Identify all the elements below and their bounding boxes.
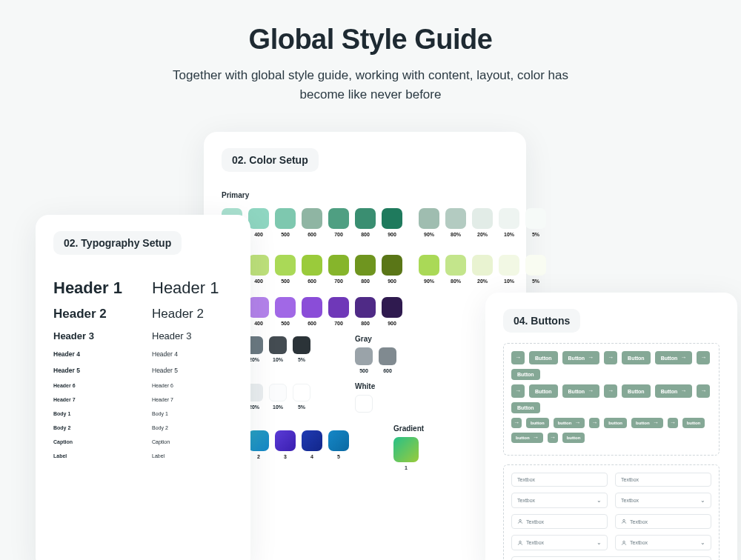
color-setup-card: 02. Color Setup Primary 300 400 500 600 … xyxy=(204,132,526,560)
alpha-label: 5% xyxy=(525,232,546,237)
textbox[interactable]: Textbox xyxy=(615,473,711,487)
swatch xyxy=(302,297,322,318)
button[interactable]: button→ xyxy=(511,433,543,443)
arrow-right-icon: → xyxy=(574,420,580,426)
arrow-right-icon: → xyxy=(588,355,594,361)
button[interactable]: Button xyxy=(511,369,540,380)
swatch xyxy=(393,437,419,462)
button[interactable]: button xyxy=(562,433,585,443)
violet-swatches xyxy=(222,297,508,318)
h6-bold: Header 6 xyxy=(53,379,134,393)
swatch xyxy=(355,255,376,276)
swatch xyxy=(275,208,296,229)
primary-label: Primary xyxy=(222,191,508,199)
alpha-label: 10% xyxy=(269,357,287,362)
svg-point-0 xyxy=(519,519,522,521)
arrow-right-icon: → xyxy=(514,420,519,426)
button[interactable]: Button→ xyxy=(562,351,600,364)
alpha-label: 10% xyxy=(269,404,287,410)
swatch xyxy=(302,255,322,276)
chevron-down-icon: ⌄ xyxy=(597,497,602,504)
textbox-user[interactable]: Textbox xyxy=(615,514,711,529)
svg-point-1 xyxy=(623,519,625,521)
swatch xyxy=(499,208,519,229)
arrow-right-icon: → xyxy=(700,388,706,394)
swatch xyxy=(355,297,376,318)
h5-reg: Header 5 xyxy=(152,362,233,379)
alpha-label: 5% xyxy=(293,357,310,362)
textbox-select[interactable]: Textbox⌄ xyxy=(511,493,608,508)
textbox[interactable]: Textbox xyxy=(511,473,608,487)
button-label: button xyxy=(636,421,650,425)
icon-button[interactable]: → xyxy=(589,418,599,428)
button-label: Button xyxy=(535,356,552,361)
textbox-label: Textbox xyxy=(526,540,544,545)
alpha-label: 10% xyxy=(499,279,519,284)
swatch xyxy=(472,208,493,229)
button[interactable]: button xyxy=(526,418,549,428)
icon-button[interactable]: → xyxy=(697,384,710,398)
swatch xyxy=(248,430,269,451)
shade-label: 700 xyxy=(328,279,349,284)
button[interactable]: Button xyxy=(529,351,558,364)
alpha-label: 20% xyxy=(472,232,493,237)
arrow-right-icon: → xyxy=(608,355,614,361)
h3-reg: Header 3 xyxy=(152,326,233,346)
button[interactable]: Button xyxy=(511,402,540,413)
button[interactable]: Button→ xyxy=(655,351,693,364)
shade-label: 500 xyxy=(275,279,296,284)
h6-reg: Header 6 xyxy=(152,379,233,393)
swatch xyxy=(302,208,322,229)
icon-button[interactable]: → xyxy=(511,351,525,364)
shade-label: 900 xyxy=(382,279,402,284)
swatch xyxy=(419,255,439,276)
svg-point-2 xyxy=(519,541,522,543)
textarea[interactable]: Textarea xyxy=(511,556,711,560)
button-label: Button xyxy=(517,372,534,377)
button[interactable]: button xyxy=(604,418,627,428)
textbox-user-select[interactable]: Textbox⌄ xyxy=(615,535,711,550)
swatch xyxy=(293,336,310,354)
shade-label: 400 xyxy=(248,279,269,284)
alpha-label: 90% xyxy=(419,279,439,284)
body1-bold: Body 1 xyxy=(53,407,134,421)
icon-button[interactable]: → xyxy=(511,418,522,428)
button[interactable]: button→ xyxy=(554,418,585,428)
swatch xyxy=(382,297,402,318)
icon-button[interactable]: → xyxy=(668,418,678,428)
svg-point-3 xyxy=(623,541,625,543)
button[interactable]: button→ xyxy=(631,418,663,428)
arrow-right-icon: → xyxy=(670,420,676,426)
textbox-user-select[interactable]: Textbox⌄ xyxy=(511,535,608,550)
swatch xyxy=(275,430,296,451)
button[interactable]: Button→ xyxy=(562,384,600,398)
h5-bold: Header 5 xyxy=(53,362,134,379)
button[interactable]: button xyxy=(682,418,705,428)
arrow-right-icon: → xyxy=(591,420,597,426)
button[interactable]: Button→ xyxy=(655,384,693,398)
icon-button[interactable]: → xyxy=(511,384,525,398)
button[interactable]: Button xyxy=(622,384,651,398)
swatch xyxy=(355,395,373,413)
shade-label: 500 xyxy=(275,232,296,237)
arrow-right-icon: → xyxy=(680,388,686,394)
icon-button[interactable]: → xyxy=(697,351,710,364)
textbox-user[interactable]: Textbox xyxy=(511,514,608,529)
shade-label: 3 xyxy=(275,454,296,459)
icon-button[interactable]: → xyxy=(604,384,617,398)
caption-bold: Caption xyxy=(53,435,134,449)
shade-label: 400 xyxy=(248,321,269,326)
icon-button[interactable]: → xyxy=(548,433,558,443)
arrow-right-icon: → xyxy=(550,435,556,441)
arrow-right-icon: → xyxy=(700,355,706,361)
textbox-label: Textbox xyxy=(517,477,535,482)
input-samples: Textbox Textbox Textbox⌄ Textbox⌄ Textbo… xyxy=(503,464,720,560)
icon-button[interactable]: → xyxy=(604,351,617,364)
textbox-select[interactable]: Textbox⌄ xyxy=(615,493,711,508)
h7-reg: Header 7 xyxy=(152,393,233,407)
swatch xyxy=(379,347,396,365)
swatch xyxy=(382,255,402,276)
button[interactable]: Button xyxy=(529,384,558,398)
button[interactable]: Button xyxy=(622,351,651,364)
shade-label: 600 xyxy=(302,321,322,326)
